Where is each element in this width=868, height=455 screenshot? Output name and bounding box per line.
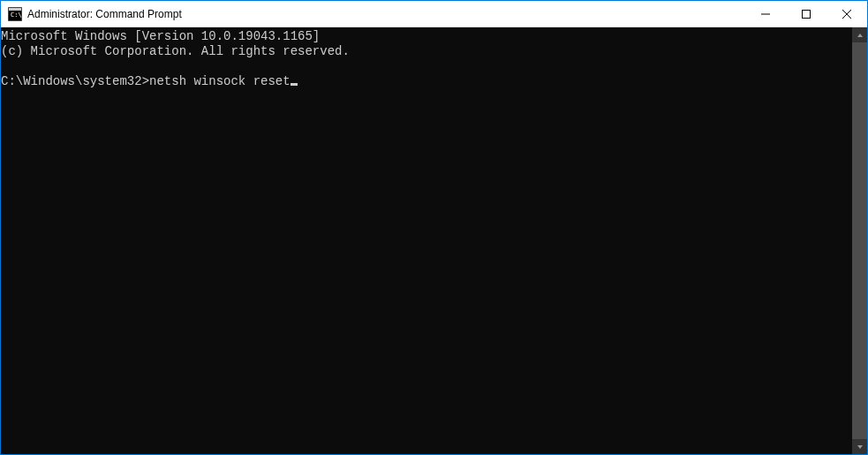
scroll-down-arrow-icon[interactable]: [852, 439, 867, 454]
scroll-up-arrow-icon[interactable]: [852, 27, 867, 42]
terminal-prompt-line: C:\Windows\system32>netsh winsock reset: [1, 74, 298, 88]
svg-rect-4: [803, 10, 811, 18]
terminal-line: Microsoft Windows [Version 10.0.19043.11…: [1, 29, 320, 43]
window-title: Administrator: Command Prompt: [27, 8, 182, 20]
scroll-track[interactable]: [852, 42, 867, 439]
content-area: Microsoft Windows [Version 10.0.19043.11…: [1, 27, 867, 454]
maximize-button[interactable]: [786, 1, 826, 27]
vertical-scrollbar[interactable]: [852, 27, 867, 454]
typed-command: netsh winsock reset: [149, 74, 291, 88]
prompt-path: C:\Windows\system32>: [1, 74, 149, 88]
terminal[interactable]: Microsoft Windows [Version 10.0.19043.11…: [1, 27, 852, 454]
window-controls: [745, 1, 867, 27]
svg-text:C:\: C:\: [11, 11, 22, 19]
cmd-icon: C:\: [8, 7, 22, 21]
close-button[interactable]: [826, 1, 867, 27]
titlebar[interactable]: C:\ Administrator: Command Prompt: [1, 1, 867, 27]
cursor: [291, 83, 298, 86]
svg-marker-8: [857, 445, 863, 449]
command-prompt-window: C:\ Administrator: Command Prompt Micros…: [0, 0, 868, 455]
svg-rect-1: [9, 8, 21, 11]
terminal-line: (c) Microsoft Corporation. All rights re…: [1, 44, 350, 58]
svg-marker-7: [857, 34, 863, 37]
minimize-button[interactable]: [745, 1, 786, 27]
scroll-thumb[interactable]: [852, 42, 867, 439]
